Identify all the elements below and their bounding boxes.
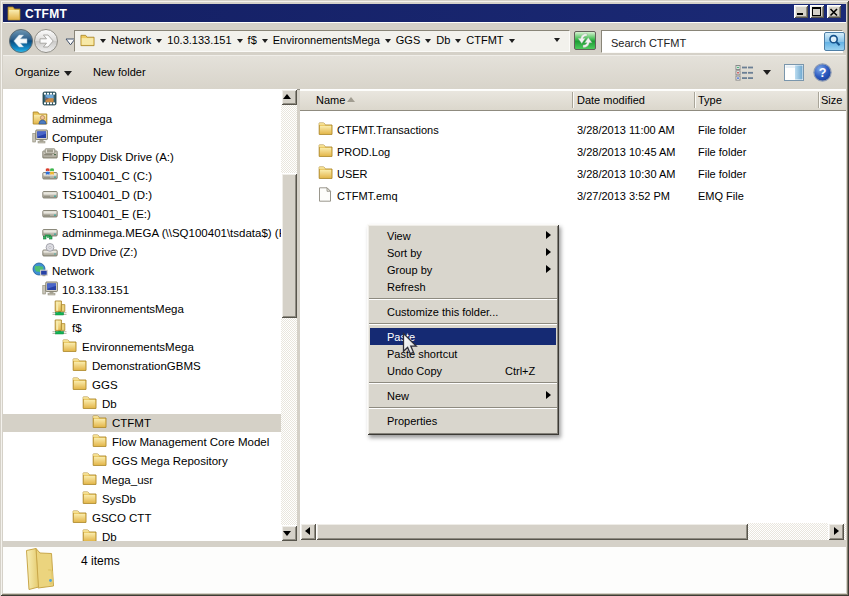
svg-text:?: ?: [819, 66, 827, 80]
